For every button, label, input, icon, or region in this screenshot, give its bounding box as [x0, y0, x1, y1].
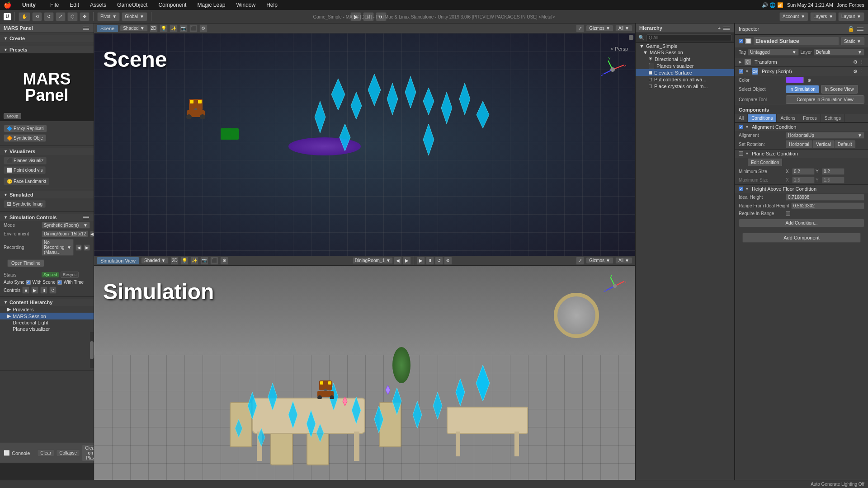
proxy-replicati-item[interactable]: 🔷 Proxy Replicati [4, 125, 47, 132]
menu-help[interactable]: Help [264, 1, 279, 9]
mars-panel-menu-icon[interactable] [82, 26, 90, 31]
ideal-height-input[interactable] [786, 194, 864, 201]
synthetic-img-item[interactable]: 🖼 Synthetic Imag [4, 200, 46, 208]
mars-session-hier-item[interactable]: ▼ MARS Session [636, 49, 734, 56]
env-prev-button[interactable]: ◀ [90, 231, 94, 237]
create-section-header[interactable]: ▼ Create [0, 35, 94, 42]
layout-dropdown[interactable]: Layout ▼ [838, 12, 864, 21]
sim-maximize-button[interactable]: ⤢ [576, 257, 584, 265]
env-dropdown[interactable]: DiningRoom_15ftx12 [42, 230, 88, 237]
compare-simulation-button[interactable]: Compare in Simulation View [786, 95, 864, 104]
tool-custom[interactable]: ✥ [80, 12, 90, 21]
sim-env-dropdown[interactable]: DiningRoom_1 ▼ [353, 257, 393, 264]
scene-2d-button[interactable]: 2D [150, 24, 158, 33]
vertical-rotation-button[interactable]: Vertical [813, 141, 834, 148]
proxy-overflow-icon[interactable]: ⋮ [859, 69, 864, 75]
global-dropdown[interactable]: Global ▼ [122, 12, 147, 21]
default-rotation-button[interactable]: Default [835, 141, 855, 148]
tool-rotate[interactable]: ↺ [44, 12, 54, 21]
tab-conditions[interactable]: Conditions [748, 114, 777, 122]
mars-session-item[interactable]: ▶ MARS Session [0, 313, 94, 319]
hierarchy-scroll[interactable]: ▼ Game_Simple ▼ MARS Session ☀ Direction… [636, 43, 734, 488]
in-simulation-button[interactable]: In Simulation [786, 85, 819, 93]
scene-3d-content[interactable]: Scene < Persp X Y Z [94, 33, 635, 256]
sim-prev-button[interactable]: ◀ [394, 257, 402, 265]
resync-button[interactable]: Resync [61, 272, 79, 278]
inspector-lock-icon[interactable]: 🔓 [847, 25, 854, 33]
sim-next-button[interactable]: ▶ [403, 257, 411, 265]
scene-fx-button[interactable]: ✨ [170, 24, 178, 33]
menu-edit[interactable]: Edit [68, 1, 81, 9]
hierarchy-plus-icon[interactable]: + [718, 25, 721, 31]
layers-dropdown[interactable]: Layers ▼ [810, 12, 836, 21]
sim-shading-dropdown[interactable]: Shaded ▼ [141, 257, 169, 264]
maximum-size-x-input[interactable] [792, 177, 815, 183]
sim-fx-button[interactable]: ✨ [190, 257, 198, 265]
alignment-header[interactable]: ▼ Alignment Condition [735, 123, 868, 131]
sim-pause-button[interactable]: ⏸ [426, 257, 434, 265]
inspector-body[interactable]: ⬜ Static ▼ Tag Untagged ▼ Layer Default … [735, 35, 868, 488]
transform-settings-icon[interactable]: ⚙ [853, 59, 858, 65]
scene-light-button[interactable]: 💡 [160, 24, 168, 33]
in-scene-view-button[interactable]: In Scene View [821, 85, 858, 94]
layer-dropdown[interactable]: Default ▼ [814, 49, 864, 56]
object-active-checkbox[interactable] [739, 39, 743, 43]
sim-all-dropdown[interactable]: All ▼ [615, 257, 632, 264]
proxy-enabled-checkbox[interactable] [739, 69, 743, 74]
alignment-enabled-checkbox[interactable] [739, 125, 743, 129]
visualizers-header[interactable]: ▼ Visualizers [0, 148, 94, 155]
sim-play-button[interactable]: ▶ [417, 257, 425, 265]
sim-controls-header[interactable]: ▼ Simulation Controls [0, 214, 94, 221]
menu-magicleap[interactable]: Magic Leap [195, 1, 227, 9]
menu-unity[interactable]: Unity [20, 1, 38, 9]
transform-overflow-icon[interactable]: ⋮ [859, 59, 864, 65]
account-dropdown[interactable]: Account ▼ [779, 12, 808, 21]
tag-dropdown[interactable]: Untagged ▼ [748, 49, 798, 56]
scene-close-icon[interactable] [629, 35, 633, 40]
tool-move[interactable]: ⟲ [32, 12, 42, 21]
sim-controls-menu-icon[interactable] [82, 215, 90, 220]
menu-file[interactable]: File [48, 1, 61, 9]
directional-light-hier-item[interactable]: ☀ Directional Light [636, 56, 734, 62]
providers-item[interactable]: ▶ Providers [0, 306, 94, 313]
planes-viz-item[interactable]: ⬛ Planes visualiz [4, 157, 47, 164]
sim-cam-button[interactable]: 📷 [200, 257, 208, 265]
sim-tab[interactable]: Simulation View [97, 257, 139, 264]
put-colliders-item[interactable]: ◻ Put colliders on all wa... [636, 76, 734, 83]
hierarchy-search-input[interactable] [646, 34, 731, 41]
clear-button[interactable]: Clear [37, 450, 54, 456]
group-button[interactable]: Group [4, 113, 21, 119]
static-dropdown[interactable]: Static ▼ [841, 38, 864, 45]
hierarchy-scroll-area[interactable] [0, 332, 94, 368]
horizontal-rotation-button[interactable]: Horizontal [786, 141, 812, 148]
hierarchy-scrollbar-thumb[interactable] [90, 341, 94, 359]
rec-prev-button[interactable]: ◀ [75, 244, 82, 251]
menu-window[interactable]: Window [235, 1, 258, 9]
mars-panel-scroll[interactable]: ▼ Create ▼ Presets MARS Panel Group [0, 33, 94, 443]
clear-on-play-button[interactable]: Clear on Play [82, 445, 94, 461]
scene-maximize-button[interactable]: ⤢ [576, 24, 584, 33]
face-landmark-item[interactable]: 😶 Face Landmarkt [4, 178, 49, 185]
ctrl-loop-button[interactable]: ↺ [49, 286, 57, 294]
color-hex-icon[interactable]: ⊕ [807, 78, 811, 83]
simulated-header[interactable]: ▼ Simulated [0, 191, 94, 198]
sim-gear-button[interactable]: ⚙ [444, 257, 452, 265]
sim-2d-button[interactable]: 2D [170, 257, 179, 265]
synthetic-obje-item[interactable]: 🔶 Synthetic Obje [4, 134, 46, 142]
tool-scale[interactable]: ⤢ [56, 12, 66, 21]
elevated-surface-hier-item[interactable]: ◼ Elevated Surface [636, 69, 734, 76]
place-crystals-item[interactable]: ◻ Place crystals on all m... [636, 83, 734, 89]
add-component-button[interactable]: Add Component [742, 233, 861, 243]
inspector-menu-icon[interactable] [856, 27, 864, 32]
play-button[interactable]: ▶ [350, 12, 361, 21]
plane-size-enabled-checkbox[interactable] [739, 151, 743, 156]
open-timeline-button[interactable]: Open Timeline [7, 259, 44, 267]
scene-tab[interactable]: Scene [97, 25, 118, 32]
minimum-size-x-input[interactable] [792, 168, 815, 175]
with-time-checkbox[interactable] [57, 280, 62, 285]
transform-header[interactable]: ▶ ⬡ Transform ⚙ ⋮ [735, 57, 868, 66]
tab-all[interactable]: All [735, 114, 748, 122]
scene-all-dropdown[interactable]: All ▼ [615, 25, 632, 32]
ctrl-play-button[interactable]: ▶ [31, 286, 38, 294]
rec-next-button[interactable]: ▶ [84, 244, 90, 251]
